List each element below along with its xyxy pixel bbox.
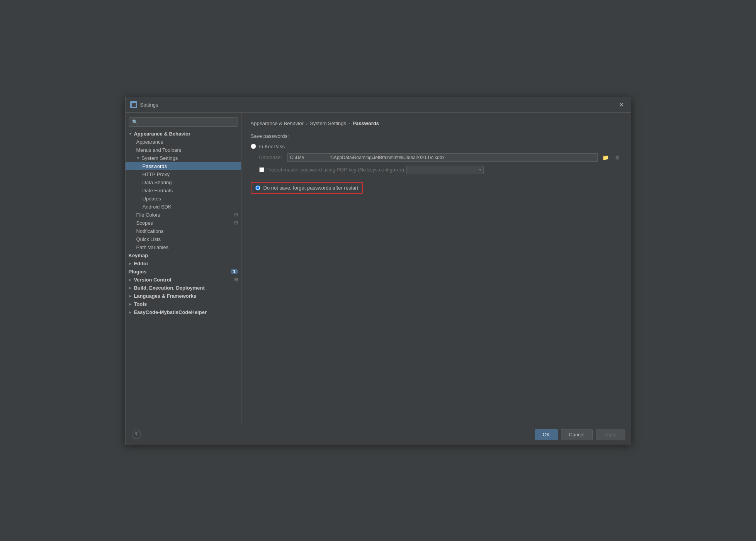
sidebar-item-scopes[interactable]: Scopes ⊞ bbox=[126, 219, 241, 227]
radio-keepass[interactable] bbox=[251, 144, 256, 149]
sidebar-item-notifications[interactable]: Notifications bbox=[126, 227, 241, 235]
breadcrumb-appearance: Appearance & Behavior bbox=[251, 120, 304, 126]
radio-keepass-label: In KeePass bbox=[259, 144, 285, 149]
dialog-title: Settings bbox=[140, 102, 617, 108]
title-bar: ⬛ Settings ✕ bbox=[126, 97, 631, 113]
breadcrumb-sep-2: › bbox=[348, 120, 350, 126]
file-colors-icon: ⊞ bbox=[234, 212, 238, 217]
pgp-dropdown[interactable] bbox=[406, 166, 484, 174]
bottom-bar: ? OK Cancel Apply bbox=[126, 425, 631, 444]
sidebar-item-updates[interactable]: Updates bbox=[126, 195, 241, 203]
settings-dialog: ⬛ Settings ✕ ▼ Appearance & Behavior App… bbox=[125, 97, 631, 444]
sidebar-item-android-sdk[interactable]: Android SDK bbox=[126, 203, 241, 211]
triangle-icon: ▼ bbox=[136, 156, 140, 160]
plugins-badge: 1 bbox=[231, 269, 238, 274]
breadcrumb-passwords: Passwords bbox=[352, 120, 379, 126]
save-passwords-label: Save passwords: bbox=[251, 133, 622, 139]
database-input[interactable] bbox=[287, 153, 598, 162]
sidebar-item-file-colors[interactable]: File Colors ⊞ bbox=[126, 211, 241, 219]
database-row: Database: 📁 ⚙ bbox=[259, 153, 622, 162]
triangle-icon: ▼ bbox=[129, 132, 133, 136]
protect-label: Protect master password using PGP key (N… bbox=[267, 167, 404, 173]
pgp-dropdown-wrapper bbox=[406, 166, 484, 174]
main-content: Appearance & Behavior › System Settings … bbox=[241, 113, 631, 425]
button-group: OK Cancel Apply bbox=[535, 429, 625, 440]
sidebar-item-quick-lists[interactable]: Quick Lists bbox=[126, 235, 241, 243]
radio-no-save-label: Do not save, forget passwords after rest… bbox=[263, 185, 358, 191]
sidebar: ▼ Appearance & Behavior Appearance Menus… bbox=[126, 113, 241, 425]
sidebar-item-http-proxy[interactable]: HTTP Proxy bbox=[126, 170, 241, 178]
triangle-icon: ► bbox=[129, 302, 133, 306]
protect-checkbox-row: Protect master password using PGP key (N… bbox=[259, 166, 622, 174]
triangle-icon: ► bbox=[129, 294, 133, 298]
triangle-icon: ► bbox=[129, 310, 133, 314]
scopes-icon: ⊞ bbox=[234, 220, 238, 226]
apply-button[interactable]: Apply bbox=[596, 429, 625, 440]
sidebar-item-system-settings[interactable]: ▼ System Settings bbox=[126, 154, 241, 162]
cancel-button[interactable]: Cancel bbox=[561, 429, 593, 440]
radio-no-save[interactable] bbox=[255, 185, 260, 190]
breadcrumb-sep-1: › bbox=[306, 120, 307, 126]
sidebar-item-appearance[interactable]: Appearance bbox=[126, 138, 241, 146]
close-button[interactable]: ✕ bbox=[617, 100, 626, 109]
search-input[interactable] bbox=[129, 117, 238, 127]
help-button[interactable]: ? bbox=[132, 430, 141, 439]
sidebar-item-date-formats[interactable]: Date Formats bbox=[126, 187, 241, 195]
database-settings-button[interactable]: ⚙ bbox=[613, 154, 622, 161]
sidebar-item-menus-toolbars[interactable]: Menus and Toolbars bbox=[126, 146, 241, 154]
breadcrumb: Appearance & Behavior › System Settings … bbox=[251, 120, 622, 126]
sidebar-item-easycode[interactable]: ► EasyCode-MybatisCodeHelper bbox=[126, 308, 241, 316]
triangle-icon: ► bbox=[129, 261, 133, 266]
content-area: ▼ Appearance & Behavior Appearance Menus… bbox=[126, 113, 631, 425]
sidebar-item-plugins[interactable]: Plugins 1 bbox=[126, 268, 241, 276]
sidebar-item-languages-frameworks[interactable]: ► Languages & Frameworks bbox=[126, 292, 241, 300]
breadcrumb-system-settings: System Settings bbox=[310, 120, 346, 126]
sidebar-item-build-execution[interactable]: ► Build, Execution, Deployment bbox=[126, 284, 241, 292]
ok-button[interactable]: OK bbox=[535, 429, 558, 440]
protect-checkbox[interactable] bbox=[259, 167, 264, 172]
triangle-icon: ► bbox=[129, 278, 133, 282]
sidebar-item-passwords[interactable]: Passwords bbox=[126, 162, 241, 170]
database-label: Database: bbox=[259, 154, 284, 160]
sidebar-item-version-control[interactable]: ► Version Control ⊞ bbox=[126, 276, 241, 284]
radio-no-save-highlighted[interactable]: Do not save, forget passwords after rest… bbox=[251, 182, 363, 194]
app-icon: ⬛ bbox=[130, 101, 137, 108]
version-control-icon: ⊞ bbox=[234, 277, 238, 282]
sidebar-item-keymap[interactable]: Keymap bbox=[126, 251, 241, 259]
triangle-icon: ► bbox=[129, 286, 133, 290]
sidebar-item-data-sharing[interactable]: Data Sharing bbox=[126, 178, 241, 187]
radio-keepass-option[interactable]: In KeePass bbox=[251, 144, 622, 149]
sidebar-item-tools[interactable]: ► Tools bbox=[126, 300, 241, 308]
sidebar-item-appearance-behavior[interactable]: ▼ Appearance & Behavior bbox=[126, 130, 241, 138]
database-folder-button[interactable]: 📁 bbox=[601, 154, 610, 161]
sidebar-item-path-variables[interactable]: Path Variables bbox=[126, 243, 241, 251]
sidebar-item-editor[interactable]: ► Editor bbox=[126, 259, 241, 268]
